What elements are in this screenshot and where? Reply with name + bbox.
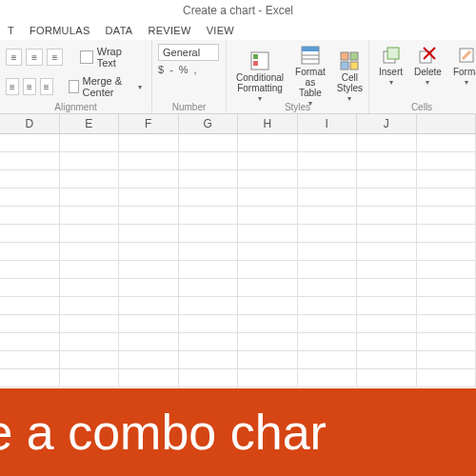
column-header[interactable]: F (119, 114, 179, 133)
column-header[interactable] (417, 114, 477, 133)
cell[interactable] (417, 225, 477, 242)
cell[interactable] (60, 207, 120, 224)
cell[interactable] (119, 152, 179, 169)
cell[interactable] (298, 207, 358, 224)
cell[interactable] (357, 315, 417, 332)
tab-view[interactable]: VIEW (207, 25, 234, 36)
cell[interactable] (0, 279, 60, 296)
merge-center-button[interactable]: Merge & Center ▾ (65, 73, 146, 100)
wrap-text-button[interactable]: Wrap Text (76, 44, 146, 70)
cell[interactable] (417, 152, 477, 169)
cell[interactable] (60, 225, 120, 242)
cell[interactable] (417, 134, 477, 151)
cell[interactable] (298, 351, 358, 368)
conditional-formatting-button[interactable]: Conditional Formatting ▾ (232, 50, 288, 106)
cell-styles-button[interactable]: Cell Styles ▾ (333, 50, 367, 106)
format-button[interactable]: Forma ▾ (449, 44, 476, 89)
cell[interactable] (238, 297, 298, 314)
cell[interactable] (119, 225, 179, 242)
cell[interactable] (417, 369, 477, 387)
column-header[interactable]: D (0, 114, 60, 133)
cell[interactable] (238, 315, 298, 332)
cell[interactable] (298, 243, 358, 260)
cell[interactable] (119, 315, 179, 332)
cell[interactable] (0, 188, 60, 206)
cell[interactable] (179, 279, 239, 296)
column-header[interactable]: H (238, 114, 298, 133)
cell[interactable] (357, 225, 417, 242)
column-header[interactable]: G (179, 114, 239, 133)
cell[interactable] (298, 369, 358, 387)
cell[interactable] (0, 333, 60, 350)
format-as-table-button[interactable]: Format as Table ▾ (291, 44, 329, 110)
cell[interactable] (417, 188, 477, 206)
cell[interactable] (179, 170, 239, 188)
cell[interactable] (0, 243, 60, 260)
cell[interactable] (0, 261, 60, 278)
tab-partial[interactable]: T (8, 25, 14, 36)
cell[interactable] (238, 170, 298, 188)
cell[interactable] (417, 333, 477, 350)
cell[interactable] (179, 315, 239, 332)
cell[interactable] (417, 207, 477, 224)
tab-formulas[interactable]: FORMULAS (30, 25, 90, 36)
cell[interactable] (179, 351, 239, 368)
cell[interactable] (357, 369, 417, 387)
cell[interactable] (238, 333, 298, 350)
cell[interactable] (298, 279, 358, 296)
cell[interactable] (298, 188, 358, 206)
currency-button[interactable]: $ (158, 64, 164, 75)
cell[interactable] (238, 152, 298, 169)
spreadsheet-grid[interactable]: DEFGHIJ (0, 114, 476, 409)
align-top-icon[interactable]: ≡ (6, 49, 22, 66)
cell[interactable] (0, 369, 60, 387)
cell[interactable] (0, 297, 60, 314)
cell[interactable] (357, 261, 417, 278)
cell[interactable] (60, 351, 120, 368)
cell[interactable] (357, 279, 417, 296)
cell[interactable] (60, 243, 120, 260)
cell[interactable] (238, 351, 298, 368)
cell[interactable] (0, 207, 60, 224)
cell[interactable] (60, 297, 120, 314)
number-format-select[interactable] (158, 44, 219, 61)
cell[interactable] (357, 134, 417, 151)
cell[interactable] (238, 225, 298, 242)
cell[interactable] (179, 134, 239, 151)
cell[interactable] (357, 188, 417, 206)
cell[interactable] (0, 170, 60, 188)
cell[interactable] (119, 351, 179, 368)
align-left-icon[interactable]: ≡ (6, 78, 19, 95)
cell[interactable] (60, 134, 120, 151)
cell[interactable] (298, 170, 358, 188)
insert-button[interactable]: Insert ▾ (375, 44, 407, 89)
cell[interactable] (119, 279, 179, 296)
cell[interactable] (357, 243, 417, 260)
cell[interactable] (417, 243, 477, 260)
cell[interactable] (179, 297, 239, 314)
cell[interactable] (119, 261, 179, 278)
cell[interactable] (0, 315, 60, 332)
column-header[interactable]: E (60, 114, 120, 133)
cell[interactable] (0, 152, 60, 169)
cell[interactable] (60, 188, 120, 206)
cell[interactable] (179, 243, 239, 260)
cell[interactable] (238, 188, 298, 206)
cell[interactable] (60, 333, 120, 350)
cell[interactable] (119, 134, 179, 151)
cell[interactable] (417, 279, 477, 296)
cell[interactable] (238, 207, 298, 224)
cell[interactable] (119, 170, 179, 188)
cell[interactable] (298, 315, 358, 332)
cell[interactable] (60, 152, 120, 169)
cell[interactable] (179, 152, 239, 169)
delete-button[interactable]: Delete ▾ (410, 44, 446, 89)
cell[interactable] (119, 369, 179, 387)
cell[interactable] (60, 170, 120, 188)
cell[interactable] (357, 170, 417, 188)
cell[interactable] (60, 369, 120, 387)
cell[interactable] (298, 297, 358, 314)
cell[interactable] (417, 170, 477, 188)
cell[interactable] (119, 243, 179, 260)
cell[interactable] (119, 333, 179, 350)
